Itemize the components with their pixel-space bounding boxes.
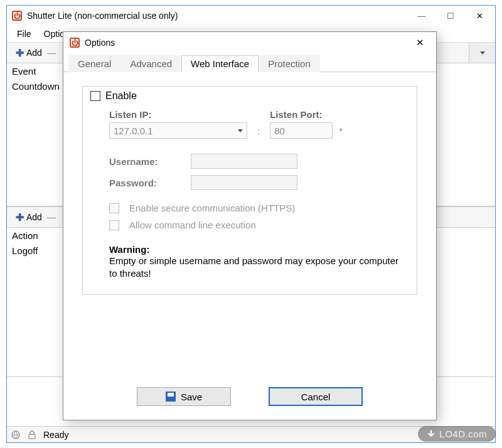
- add-action-label: Add: [26, 212, 42, 222]
- chevron-down-icon: [480, 51, 485, 55]
- form-grid: Listen IP: 127.0.0.1 : Listen Port: 80 *: [109, 109, 403, 280]
- listen-row: Listen IP: 127.0.0.1 : Listen Port: 80 *: [109, 109, 403, 139]
- main-window-title: Shutter Lite (non-commercial use only): [27, 11, 407, 21]
- listen-port-label: Listen Port:: [270, 109, 333, 120]
- save-label: Save: [181, 392, 202, 402]
- listen-ip-value: 127.0.0.1: [114, 125, 153, 136]
- username-label: Username:: [109, 156, 191, 167]
- enable-checkbox[interactable]: [90, 91, 100, 101]
- port-required-mark: *: [339, 125, 343, 139]
- minimize-button[interactable]: —: [407, 6, 436, 25]
- chevron-down-icon: [238, 129, 243, 132]
- watermark-text: LO4D.com: [439, 429, 487, 439]
- cmdline-checkbox[interactable]: [109, 220, 119, 230]
- password-label: Password:: [109, 178, 191, 188]
- cmdline-row: Allow command line execution: [109, 220, 403, 230]
- username-input[interactable]: [191, 154, 297, 169]
- cmdline-label: Allow command line execution: [129, 220, 256, 230]
- status-text: Ready: [43, 430, 68, 440]
- dialog-button-row: Save Cancel: [63, 387, 436, 406]
- username-row: Username:: [109, 154, 403, 169]
- add-event-label: Add: [26, 48, 42, 58]
- watermark-icon: [427, 430, 435, 439]
- options-dialog: Options ✕ General Advanced Web Interface…: [63, 31, 437, 420]
- dialog-titlebar: Options ✕: [63, 32, 436, 53]
- listen-port-input[interactable]: 80: [270, 122, 333, 139]
- globe-icon: [11, 430, 21, 440]
- add-event-button[interactable]: ✚ Add: [11, 46, 47, 60]
- web-interface-group: Enable Listen IP: 127.0.0.1 : Listen Por…: [82, 86, 417, 295]
- window-controls: — ☐ ✕: [407, 6, 494, 25]
- tab-web-interface[interactable]: Web Interface: [181, 55, 259, 72]
- warning-text: Empty or simple username and password ma…: [109, 255, 403, 280]
- password-input[interactable]: [191, 175, 297, 190]
- save-button[interactable]: Save: [137, 387, 231, 406]
- plus-icon: ✚: [16, 47, 24, 59]
- https-label: Enable secure communication (HTTPS): [129, 203, 295, 213]
- dialog-close-button[interactable]: ✕: [407, 34, 432, 51]
- listen-ip-input[interactable]: 127.0.0.1: [109, 122, 247, 139]
- listen-ip-label: Listen IP:: [109, 109, 247, 120]
- main-titlebar: Shutter Lite (non-commercial use only) —…: [7, 6, 495, 26]
- lock-icon: [27, 430, 37, 440]
- plus-icon: ✚: [16, 211, 24, 223]
- https-checkbox[interactable]: [109, 203, 119, 213]
- app-icon: [70, 38, 80, 48]
- app-icon: [12, 11, 22, 21]
- options-tabs: General Advanced Web Interface Protectio…: [63, 53, 436, 72]
- events-row[interactable]: Countdown: [12, 81, 60, 92]
- maximize-button[interactable]: ☐: [436, 6, 465, 25]
- add-action-button[interactable]: ✚ Add: [11, 210, 47, 225]
- menu-file[interactable]: File: [11, 28, 38, 40]
- enable-row: Enable: [90, 90, 403, 102]
- events-column-header[interactable]: Event: [12, 66, 36, 77]
- save-icon: [166, 392, 176, 402]
- remove-event-button[interactable]: —: [47, 48, 56, 58]
- svg-rect-1: [29, 434, 35, 439]
- ip-port-separator: :: [254, 125, 264, 139]
- tab-general[interactable]: General: [68, 55, 120, 72]
- tab-content-web-interface: Enable Listen IP: 127.0.0.1 : Listen Por…: [63, 72, 436, 301]
- close-button[interactable]: ✕: [465, 6, 494, 25]
- tab-protection[interactable]: Protection: [259, 55, 320, 72]
- actions-row[interactable]: Logoff: [12, 245, 38, 256]
- cancel-button[interactable]: Cancel: [269, 387, 363, 406]
- actions-column-header[interactable]: Action: [12, 230, 38, 241]
- listen-port-value: 80: [274, 125, 285, 136]
- https-row: Enable secure communication (HTTPS): [109, 203, 403, 213]
- enable-label: Enable: [105, 90, 137, 102]
- watermark: LO4D.com: [418, 426, 496, 442]
- tab-advanced[interactable]: Advanced: [120, 55, 181, 72]
- warning-heading: Warning:: [109, 244, 403, 255]
- dialog-title: Options: [85, 38, 407, 48]
- remove-action-button[interactable]: —: [47, 212, 56, 222]
- password-row: Password:: [109, 175, 403, 190]
- cancel-label: Cancel: [301, 392, 331, 402]
- events-dropdown[interactable]: [469, 43, 495, 63]
